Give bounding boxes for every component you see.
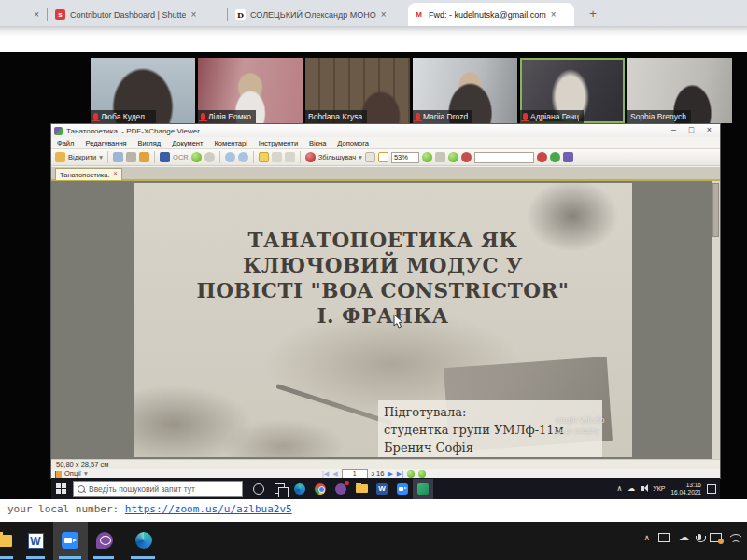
new-tab-button[interactable]: + [585, 6, 601, 22]
find-input[interactable] [474, 152, 534, 163]
cast-screen-icon[interactable] [658, 533, 670, 542]
magnifier-tool-icon[interactable] [259, 152, 269, 162]
taskbar-search-box[interactable]: Введіть пошуковий запит тут [73, 481, 243, 497]
vertical-scrollbar[interactable] [712, 181, 720, 459]
menu-windows[interactable]: Вікна [303, 139, 331, 147]
page-fit-icon[interactable] [365, 152, 375, 162]
settings-icon[interactable] [563, 152, 573, 162]
open-label[interactable]: Відкрити [68, 153, 96, 161]
zoom-join-link[interactable]: https://zoom.us/u/azlbua2v5 [125, 503, 292, 515]
select-tool-icon[interactable] [285, 152, 295, 162]
rotate-right-icon[interactable] [238, 152, 248, 162]
email-text: your local number: [7, 503, 125, 515]
edge-icon[interactable] [133, 529, 155, 552]
search-next-icon[interactable] [550, 152, 560, 162]
shield-icon[interactable] [435, 152, 445, 162]
hidden-icons-chevron[interactable]: ∧ [643, 533, 650, 542]
email-icon[interactable] [139, 152, 149, 162]
viber-icon[interactable] [331, 479, 351, 499]
pen-tool-icon[interactable] [160, 152, 170, 162]
active-app-icon[interactable] [413, 479, 433, 499]
menu-view[interactable]: Вигляд [133, 139, 167, 147]
browser-tab-shutterstock[interactable]: s Contributor Dashboard | Shutte × [49, 3, 225, 26]
language-indicator[interactable]: УКР [653, 485, 665, 492]
wifi-icon[interactable] [730, 533, 741, 542]
start-button[interactable] [56, 483, 67, 495]
microphone-icon[interactable] [698, 534, 701, 540]
edge-icon[interactable] [289, 479, 310, 499]
video-tile[interactable]: Лілія Еомко [198, 58, 303, 123]
highlight-icon[interactable] [461, 152, 472, 162]
hidden-icons-chevron[interactable]: ∧ [616, 484, 622, 493]
dropdown-caret-icon[interactable]: ▾ [359, 153, 362, 161]
viber-icon[interactable] [93, 529, 116, 552]
minimize-button[interactable]: – [665, 124, 683, 136]
open-icon[interactable] [55, 152, 65, 162]
menu-edit[interactable]: Редагування [79, 139, 132, 147]
menu-document[interactable]: Документ [166, 139, 208, 147]
next-view-button[interactable] [418, 470, 426, 478]
pdf-title-bar[interactable]: Танатопоетика. - PDF-XChange Viewer – □ … [51, 124, 720, 137]
zoom-level-input[interactable]: 53% [391, 152, 419, 163]
file-explorer-icon[interactable] [0, 529, 15, 552]
tab-close-icon[interactable]: × [381, 9, 387, 20]
action-center-icon[interactable] [707, 484, 716, 494]
volume-icon[interactable] [641, 486, 644, 491]
document-tab-close-icon[interactable]: × [114, 170, 118, 176]
word-icon[interactable]: W [24, 529, 47, 552]
browser-tab-partial[interactable]: × [0, 3, 45, 26]
video-tile-active-speaker[interactable]: Адріана Генц [520, 58, 625, 123]
notification-badge [345, 481, 349, 485]
ocr-button[interactable]: OCR [173, 153, 189, 161]
pdf-document-area[interactable]: ТАНАТОПОЕТИКА ЯК КЛЮЧОВИЙ МОДУС У ПОВІСТ… [51, 181, 720, 459]
zoom-out-icon[interactable] [305, 152, 316, 162]
video-tile[interactable]: Bohdana Krysa [305, 58, 410, 123]
cortana-button[interactable] [248, 479, 269, 499]
zoom-app-icon[interactable] [59, 529, 81, 552]
tab-close-icon[interactable]: × [551, 9, 557, 20]
browser-tab-gmail-active[interactable]: M Fwd: - kudelnutska@gmail.com × [408, 3, 574, 26]
print-icon[interactable] [126, 152, 136, 162]
browser-tab-soletskyi[interactable]: D СОЛЕЦЬКИЙ Олександр МОНО × [230, 3, 405, 26]
task-view-button[interactable] [269, 479, 289, 499]
zoom-app-icon[interactable] [392, 479, 413, 499]
shutterstock-icon: s [55, 9, 65, 20]
dropdown-caret-icon[interactable]: ▾ [99, 153, 103, 161]
word-icon[interactable]: W [372, 479, 392, 499]
running-indicator [26, 556, 45, 559]
save-icon[interactable] [113, 152, 123, 162]
magnifier-label[interactable]: Збільшувач [318, 153, 356, 161]
tab-close-icon[interactable]: × [34, 9, 39, 20]
menu-tools[interactable]: Інструменти [253, 139, 303, 147]
close-button[interactable]: × [700, 124, 718, 136]
menu-file[interactable]: Файл [51, 139, 79, 147]
search-prev-icon[interactable] [537, 152, 547, 162]
redo-icon[interactable] [204, 152, 215, 162]
video-tile[interactable]: Люба Кудел... [91, 58, 195, 123]
page-width-icon[interactable] [378, 152, 388, 162]
video-tile[interactable]: Sophia Brenych [627, 58, 732, 123]
rotate-left-icon[interactable] [225, 152, 235, 162]
pdf-document-tab-bar: Танатопоетика. × [51, 167, 720, 181]
onedrive-cloud-icon[interactable]: ☁ [627, 484, 635, 493]
document-tab[interactable]: Танатопоетика. × [55, 168, 122, 180]
undo-icon[interactable] [191, 152, 202, 162]
outer-system-tray: ∧ ☁ [643, 531, 741, 543]
menu-help[interactable]: Допомога [331, 139, 374, 147]
onedrive-cloud-icon[interactable]: ☁ [679, 531, 689, 543]
scrollbar-thumb[interactable] [712, 183, 719, 237]
participant-name: Лілія Еомко [208, 112, 251, 121]
chrome-icon[interactable] [310, 479, 331, 499]
snapshot-icon[interactable] [448, 152, 458, 162]
tab-close-icon[interactable]: × [190, 9, 196, 20]
maximize-button[interactable]: □ [683, 124, 700, 136]
file-explorer-icon[interactable] [351, 479, 372, 499]
slide-pen-graphic [275, 384, 392, 426]
prev-view-button[interactable] [407, 470, 415, 478]
clock[interactable]: 13:16 16.04.2021 [670, 482, 701, 496]
video-tile[interactable]: Mariia Drozd [413, 58, 517, 123]
menu-comments[interactable]: Коментарі [208, 139, 252, 147]
zoom-in-icon[interactable] [422, 152, 432, 162]
pan-tool-icon[interactable] [272, 152, 282, 162]
screen-notification-icon[interactable] [710, 533, 722, 542]
